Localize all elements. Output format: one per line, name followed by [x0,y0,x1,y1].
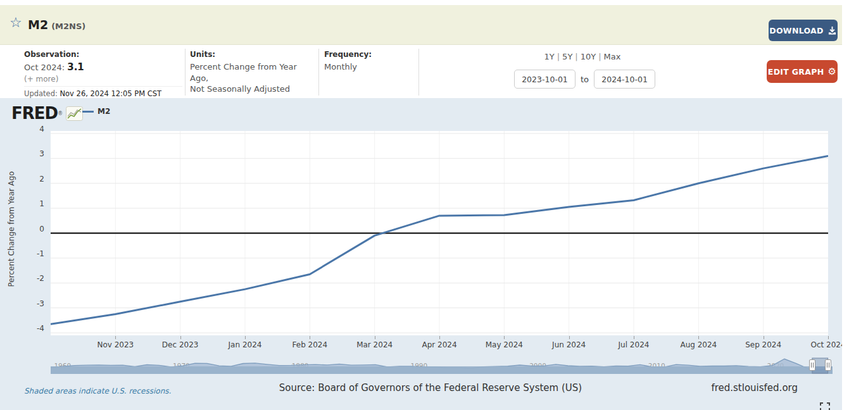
y-tick-label: 4 [25,125,44,134]
units-column: Units: Percent Change from Year Ago, Not… [190,50,310,95]
download-button-label: DOWNLOAD [769,26,824,35]
observation-label: Observation: [24,50,182,59]
y-tick-label: 3 [25,149,44,158]
edit-graph-label: EDIT GRAPH [768,67,824,77]
start-date-input[interactable] [514,70,576,89]
slider-scrollbar-track[interactable] [51,366,833,374]
edit-graph-button[interactable]: EDIT GRAPH ⚙ [767,60,838,83]
y-tick-label: 2 [25,175,44,183]
fred-graph-page: ☆ M2(M2NS) DOWNLOAD Observation: Oct 202… [0,0,868,410]
legend-series-label: M2 [97,107,110,116]
x-tick-label: Jul 2024 [613,340,654,349]
x-tick-mark [115,336,116,339]
preset-separator: | [557,52,560,61]
more-observations-link[interactable]: (+ more) [24,75,182,84]
column-divider [318,49,319,96]
slider-handle-left[interactable] [809,359,815,371]
x-tick-mark [569,336,570,339]
x-tick-mark [245,336,246,339]
fred-wordmark: FRED [11,105,58,121]
x-tick-mark [310,336,310,339]
favorite-star-icon[interactable]: ☆ [9,16,22,30]
observation-date: Oct 2024: [24,63,65,72]
x-tick-label: Apr 2024 [419,340,460,349]
x-tick-label: Jan 2024 [225,340,265,349]
column-divider [185,49,186,96]
download-icon [827,26,837,35]
site-url-text: fred.stlouisfed.org [652,382,798,394]
x-tick-mark [375,336,375,339]
y-tick-label: -1 [25,249,44,258]
y-tick-label: -2 [25,274,44,283]
units-value: Percent Change from Year Ago, Not Season… [190,61,310,95]
preset-10y[interactable]: 10Y [581,52,596,61]
observation-line: Oct 2024: 3.1 [24,61,182,73]
source-text: Source: Board of Governors of the Federa… [209,382,652,394]
slider-minichart: 1960197019801990200020102020 [51,357,833,374]
x-tick-label: Nov 2023 [95,340,135,349]
legend-line-swatch [82,111,94,113]
units-label: Units: [190,50,310,59]
y-tick-label: -3 [25,299,44,308]
range-presets: 1Y|5Y|10Y|Max [519,52,646,61]
frequency-value: Monthly [324,61,413,73]
x-tick-mark [439,336,440,339]
frequency-label: Frequency: [324,50,413,59]
preset-separator: | [575,52,577,61]
y-tick-label: -4 [25,324,44,333]
frequency-column: Frequency: Monthly [324,50,413,73]
updated-line: Updated: Nov 26, 2024 12:05 PM CST [24,86,182,98]
x-tick-label: Sep 2024 [743,340,784,349]
preset-separator: | [598,52,601,61]
x-tick-mark [698,336,699,339]
preset-5y[interactable]: 5Y [562,52,572,61]
page-title: M2(M2NS) [28,18,85,32]
x-tick-label: Dec 2023 [160,340,201,349]
preset-max[interactable]: Max [604,52,621,61]
graph-container: FRED® M2 Percent Change from Year Ago 43… [0,98,842,410]
observation-value: 3.1 [67,61,84,73]
preset-1y[interactable]: 1Y [544,52,555,61]
x-tick-label: Mar 2024 [355,340,395,349]
download-button[interactable]: DOWNLOAD [769,20,838,41]
series-name: M2 [28,18,48,32]
series-id: (M2NS) [51,22,85,31]
column-divider [418,49,419,96]
x-tick-label: Aug 2024 [678,340,719,349]
observation-column: Observation: Oct 2024: 3.1 (+ more) Upda… [24,50,182,98]
fred-reg-mark: ® [58,111,63,116]
x-tick-label: May 2024 [484,340,524,349]
date-to-label: to [581,75,589,84]
chart-legend: M2 [82,107,110,116]
end-date-input[interactable] [594,70,655,89]
x-tick-mark [764,336,764,339]
x-tick-label: Jun 2024 [549,340,589,349]
updated-value: Nov 26, 2024 12:05 PM CST [60,89,161,98]
x-tick-label: Oct 2024 [808,340,842,349]
y-tick-label: 0 [25,225,44,233]
recession-note-link[interactable]: Shaded areas indicate U.S. recessions. [24,387,171,395]
fred-sparkline-icon [66,106,83,121]
fred-logo[interactable]: FRED® [11,104,83,122]
y-tick-label: 1 [25,199,44,208]
units-line2: Not Seasonally Adjusted [190,84,310,95]
plot-area[interactable] [51,131,828,335]
fullscreen-icon[interactable] [820,402,830,410]
date-range-slider[interactable]: 1960197019801990200020102020 [51,357,833,374]
date-range-row: to [514,70,655,89]
x-tick-mark [634,336,634,339]
x-tick-mark [828,336,829,339]
x-tick-mark [504,336,505,339]
updated-label: Updated: [24,89,58,98]
meta-info-row: Observation: Oct 2024: 3.1 (+ more) Upda… [0,45,842,98]
slider-handle-right[interactable] [825,359,831,371]
y-axis-title: Percent Change from Year Ago [7,134,16,324]
gear-icon: ⚙ [827,67,836,77]
x-tick-mark [180,336,181,339]
x-tick-label: Feb 2024 [289,340,330,349]
series-title-bar: ☆ M2(M2NS) DOWNLOAD [0,5,842,45]
units-line1: Percent Change from Year Ago, [190,61,310,84]
